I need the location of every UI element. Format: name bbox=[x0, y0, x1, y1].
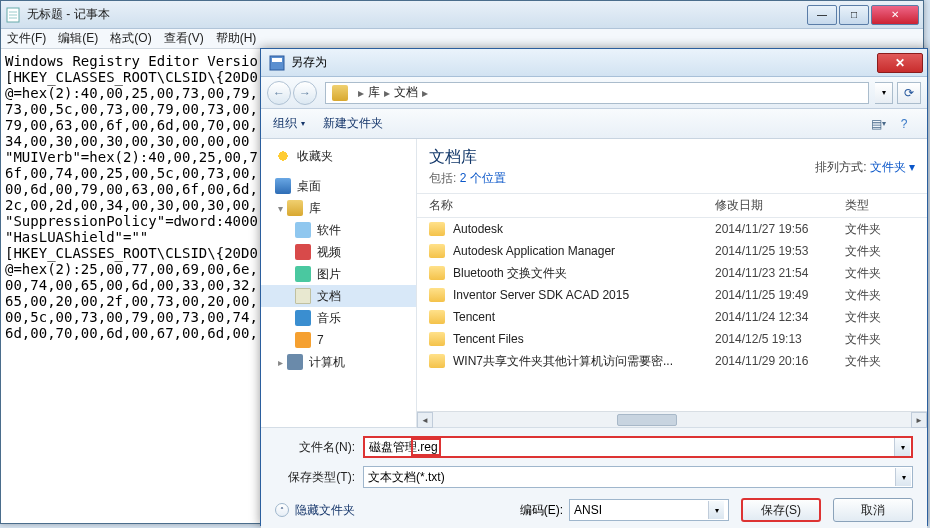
content-area: 收藏夹 桌面 ▾库 软件 视频 图片 文档 音乐 7 ▸计算机 文档库 包括: … bbox=[261, 139, 927, 427]
file-name: Bluetooth 交换文件夹 bbox=[453, 265, 715, 282]
tree-computer[interactable]: ▸计算机 bbox=[261, 351, 416, 373]
folder-icon bbox=[429, 266, 445, 280]
library-icon bbox=[332, 85, 348, 101]
music-icon bbox=[295, 310, 311, 326]
crumb-lib[interactable]: 库 bbox=[368, 84, 380, 101]
column-headers: 名称 修改日期 类型 bbox=[417, 194, 927, 218]
expand-icon[interactable]: ▾ bbox=[275, 203, 285, 214]
nav-forward-button[interactable]: → bbox=[293, 81, 317, 105]
menu-help[interactable]: 帮助(H) bbox=[216, 30, 257, 47]
dialog-titlebar[interactable]: 另存为 ✕ bbox=[261, 49, 927, 77]
close-button[interactable]: ✕ bbox=[871, 5, 919, 25]
tree-software[interactable]: 软件 bbox=[261, 219, 416, 241]
col-type[interactable]: 类型 bbox=[845, 197, 915, 214]
menu-edit[interactable]: 编辑(E) bbox=[58, 30, 98, 47]
encoding-select[interactable]: ANSI ▾ bbox=[569, 499, 729, 521]
seven-icon bbox=[295, 332, 311, 348]
filename-input[interactable] bbox=[369, 440, 894, 454]
file-type: 文件夹 bbox=[845, 331, 915, 348]
nav-bar: ← → ▸ 库 ▸ 文档 ▸ ▾ ⟳ bbox=[261, 77, 927, 109]
notepad-title: 无标题 - 记事本 bbox=[27, 6, 805, 23]
software-icon bbox=[295, 222, 311, 238]
filename-field[interactable]: ▾ bbox=[363, 436, 913, 458]
save-button[interactable]: 保存(S) bbox=[741, 498, 821, 522]
encoding-dropdown[interactable]: ▾ bbox=[708, 501, 724, 519]
notepad-titlebar[interactable]: 无标题 - 记事本 — □ ✕ bbox=[1, 1, 923, 29]
filetype-label: 保存类型(T): bbox=[275, 469, 355, 486]
tree-music[interactable]: 音乐 bbox=[261, 307, 416, 329]
library-header: 文档库 包括: 2 个位置 排列方式: 文件夹 ▾ bbox=[417, 139, 927, 194]
computer-icon bbox=[287, 354, 303, 370]
tree-documents[interactable]: 文档 bbox=[261, 285, 416, 307]
scroll-right-button[interactable]: ► bbox=[911, 412, 927, 428]
file-row[interactable]: WIN7共享文件夹其他计算机访问需要密...2014/11/29 20:16文件… bbox=[417, 350, 927, 372]
file-type: 文件夹 bbox=[845, 309, 915, 326]
folder-icon bbox=[429, 354, 445, 368]
window-controls: — □ ✕ bbox=[805, 5, 919, 25]
file-name: Tencent Files bbox=[453, 332, 715, 346]
horizontal-scrollbar[interactable]: ◄ ► bbox=[417, 411, 927, 427]
menu-view[interactable]: 查看(V) bbox=[164, 30, 204, 47]
refresh-button[interactable]: ⟳ bbox=[897, 82, 921, 104]
file-type: 文件夹 bbox=[845, 265, 915, 282]
file-type: 文件夹 bbox=[845, 353, 915, 370]
cancel-button[interactable]: 取消 bbox=[833, 498, 913, 522]
scroll-thumb[interactable] bbox=[617, 414, 677, 426]
new-folder-button[interactable]: 新建文件夹 bbox=[323, 115, 383, 132]
chevron-up-icon: ˄ bbox=[275, 503, 289, 517]
crumb-doc[interactable]: 文档 bbox=[394, 84, 418, 101]
file-date: 2014/12/5 19:13 bbox=[715, 332, 845, 346]
breadcrumb-dropdown[interactable]: ▾ bbox=[875, 82, 893, 104]
nav-back-button[interactable]: ← bbox=[267, 81, 291, 105]
breadcrumb[interactable]: ▸ 库 ▸ 文档 ▸ bbox=[325, 82, 869, 104]
file-row[interactable]: Bluetooth 交换文件夹2014/11/23 21:54文件夹 bbox=[417, 262, 927, 284]
folder-icon bbox=[429, 310, 445, 324]
filetype-field[interactable]: 文本文档(*.txt) ▾ bbox=[363, 466, 913, 488]
tree-pictures[interactable]: 图片 bbox=[261, 263, 416, 285]
video-icon bbox=[295, 244, 311, 260]
tree-favorites[interactable]: 收藏夹 bbox=[261, 145, 416, 167]
file-row[interactable]: Autodesk Application Manager2014/11/25 1… bbox=[417, 240, 927, 262]
filename-label: 文件名(N): bbox=[275, 439, 355, 456]
col-date[interactable]: 修改日期 bbox=[715, 197, 845, 214]
file-date: 2014/11/25 19:53 bbox=[715, 244, 845, 258]
save-as-dialog: 另存为 ✕ ← → ▸ 库 ▸ 文档 ▸ ▾ ⟳ 组织▾ 新建文件夹 ▤▾ ? … bbox=[260, 48, 928, 526]
folder-icon bbox=[429, 332, 445, 346]
view-options-button[interactable]: ▤▾ bbox=[867, 113, 889, 135]
menu-format[interactable]: 格式(O) bbox=[110, 30, 151, 47]
notepad-menubar: 文件(F) 编辑(E) 格式(O) 查看(V) 帮助(H) bbox=[1, 29, 923, 49]
tree-seven[interactable]: 7 bbox=[261, 329, 416, 351]
file-row[interactable]: Tencent2014/11/24 12:34文件夹 bbox=[417, 306, 927, 328]
file-date: 2014/11/29 20:16 bbox=[715, 354, 845, 368]
help-icon[interactable]: ? bbox=[893, 113, 915, 135]
library-icon bbox=[287, 200, 303, 216]
file-row[interactable]: Inventor Server SDK ACAD 20152014/11/25 … bbox=[417, 284, 927, 306]
organize-menu[interactable]: 组织▾ bbox=[273, 115, 305, 132]
file-row[interactable]: Autodesk2014/11/27 19:56文件夹 bbox=[417, 218, 927, 240]
hide-folders-toggle[interactable]: ˄ 隐藏文件夹 bbox=[275, 502, 355, 519]
tree-desktop[interactable]: 桌面 bbox=[261, 175, 416, 197]
dialog-close-button[interactable]: ✕ bbox=[877, 53, 923, 73]
file-date: 2014/11/24 12:34 bbox=[715, 310, 845, 324]
document-icon bbox=[295, 288, 311, 304]
expand-icon[interactable]: ▸ bbox=[275, 357, 285, 368]
tree-libraries[interactable]: ▾库 bbox=[261, 197, 416, 219]
filename-dropdown[interactable]: ▾ bbox=[894, 438, 910, 456]
arrange-by-link[interactable]: 文件夹 ▾ bbox=[870, 160, 915, 174]
col-name[interactable]: 名称 bbox=[429, 197, 715, 214]
minimize-button[interactable]: — bbox=[807, 5, 837, 25]
folder-icon bbox=[429, 288, 445, 302]
encoding-label: 编码(E): bbox=[520, 502, 563, 519]
file-rows: Autodesk2014/11/27 19:56文件夹Autodesk Appl… bbox=[417, 218, 927, 411]
maximize-button[interactable]: □ bbox=[839, 5, 869, 25]
filetype-dropdown[interactable]: ▾ bbox=[895, 468, 911, 486]
file-row[interactable]: Tencent Files2014/12/5 19:13文件夹 bbox=[417, 328, 927, 350]
tree-videos[interactable]: 视频 bbox=[261, 241, 416, 263]
file-name: Tencent bbox=[453, 310, 715, 324]
scroll-left-button[interactable]: ◄ bbox=[417, 412, 433, 428]
locations-link[interactable]: 2 个位置 bbox=[460, 171, 506, 185]
file-name: Autodesk Application Manager bbox=[453, 244, 715, 258]
file-type: 文件夹 bbox=[845, 221, 915, 238]
desktop-icon bbox=[275, 178, 291, 194]
menu-file[interactable]: 文件(F) bbox=[7, 30, 46, 47]
